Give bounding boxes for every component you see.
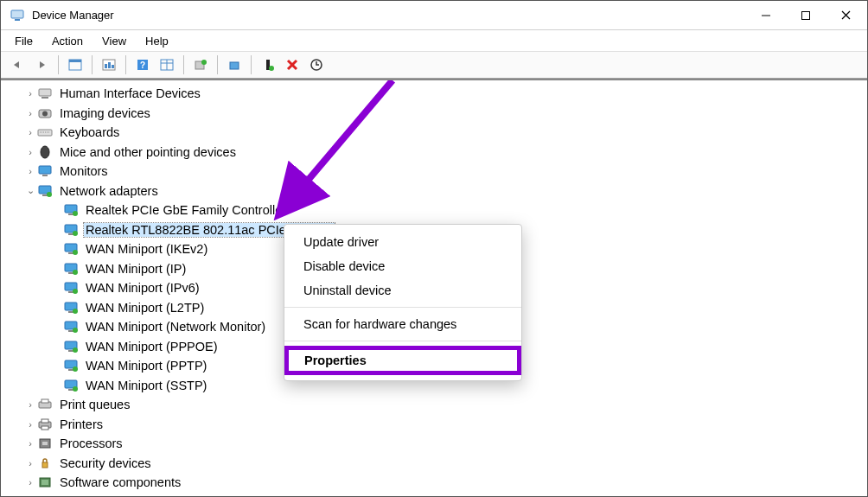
- category-label: Mice and other pointing devices: [58, 145, 238, 159]
- tree-category[interactable]: ›Keyboards: [1, 123, 867, 143]
- toolbar-separator: [217, 55, 218, 74]
- network-adapter-icon: [63, 241, 79, 257]
- context-menu-separator: [284, 341, 521, 341]
- context-menu: Update driver Disable device Uninstall d…: [284, 224, 522, 381]
- tree-category[interactable]: ›Software components: [1, 473, 867, 493]
- tree-category[interactable]: ›Processors: [1, 434, 867, 454]
- menu-action[interactable]: Action: [43, 33, 92, 49]
- menubar: File Action View Help: [1, 30, 867, 51]
- svg-rect-74: [42, 462, 48, 468]
- context-menu-disable-device[interactable]: Disable device: [284, 254, 521, 278]
- svg-point-45: [73, 250, 78, 255]
- tree-category[interactable]: ›Mice and other pointing devices: [1, 143, 867, 162]
- monitor-icon: [37, 163, 53, 179]
- svg-rect-33: [42, 175, 48, 176]
- menu-file[interactable]: File: [6, 33, 41, 49]
- svg-point-66: [73, 386, 78, 392]
- toolbar-separator: [58, 55, 59, 74]
- security-icon: [37, 456, 53, 471]
- svg-rect-3: [802, 11, 810, 19]
- tree-category[interactable]: ›Imaging devices: [1, 104, 867, 124]
- menu-view[interactable]: View: [93, 33, 135, 49]
- svg-rect-26: [41, 97, 48, 99]
- context-menu-properties[interactable]: Properties: [284, 346, 521, 375]
- svg-rect-7: [69, 60, 81, 62]
- svg-rect-0: [11, 10, 23, 18]
- toolbar: ?: [1, 51, 867, 79]
- help-button[interactable]: ?: [131, 54, 154, 76]
- back-button[interactable]: [6, 54, 29, 76]
- minimize-button[interactable]: [746, 1, 786, 29]
- properties-button[interactable]: [98, 54, 120, 76]
- svg-point-57: [73, 328, 78, 333]
- scan-hardware-button[interactable]: [156, 54, 178, 76]
- network-adapter-icon: [63, 222, 79, 238]
- device-label: WAN Miniport (IKEv2): [84, 242, 209, 256]
- expander-icon[interactable]: ⌄: [23, 185, 37, 196]
- category-label: Network adapters: [58, 184, 160, 198]
- svg-point-63: [73, 366, 78, 372]
- expander-icon[interactable]: ›: [23, 88, 37, 99]
- expander-icon[interactable]: ›: [23, 399, 37, 410]
- device-label: WAN Miniport (PPPOE): [84, 340, 220, 354]
- svg-point-51: [73, 289, 78, 294]
- network-adapter-icon: [63, 202, 79, 218]
- context-menu-scan-hardware[interactable]: Scan for hardware changes: [284, 312, 521, 336]
- svg-rect-32: [39, 166, 51, 174]
- svg-point-54: [73, 309, 78, 314]
- tree-category[interactable]: ›Human Interface Devices: [1, 84, 867, 104]
- category-label: Monitors: [58, 164, 110, 178]
- show-hide-console-button[interactable]: [64, 54, 86, 76]
- category-label: Keyboards: [58, 125, 121, 139]
- update-driver-button[interactable]: [189, 54, 212, 76]
- titlebar: Device Manager: [1, 1, 867, 30]
- svg-rect-9: [105, 64, 107, 68]
- device-label: WAN Miniport (Network Monitor): [84, 320, 267, 334]
- tree-category[interactable]: ›Monitors: [1, 162, 867, 182]
- tree-device[interactable]: Realtek PCIe GbE Family Controller: [1, 201, 867, 220]
- toolbar-separator: [183, 55, 184, 74]
- expander-icon[interactable]: ›: [23, 419, 37, 430]
- expander-icon[interactable]: ›: [23, 147, 37, 157]
- svg-point-42: [73, 231, 78, 236]
- toolbar-separator: [92, 55, 93, 74]
- window-controls: [746, 1, 865, 29]
- expander-icon[interactable]: ›: [23, 108, 37, 118]
- svg-point-60: [73, 347, 78, 353]
- tree-category[interactable]: ⌄Network adapters: [1, 182, 867, 201]
- device-label: WAN Miniport (IPv6): [84, 281, 201, 295]
- close-button[interactable]: [826, 1, 865, 29]
- window-title: Device Manager: [32, 9, 746, 22]
- network-adapter-icon: [63, 358, 79, 373]
- tree-category[interactable]: ›Printers: [1, 415, 867, 435]
- network-adapter-icon: [63, 339, 79, 354]
- device-label: Realtek PCIe GbE Family Controller: [84, 203, 288, 217]
- svg-text:?: ?: [140, 61, 145, 70]
- menu-help[interactable]: Help: [137, 33, 177, 49]
- expander-icon[interactable]: ›: [23, 477, 37, 487]
- svg-rect-71: [41, 426, 48, 430]
- forward-button[interactable]: [30, 54, 53, 76]
- maximize-button[interactable]: [786, 1, 826, 29]
- scan-changes-button[interactable]: [305, 54, 328, 76]
- svg-rect-11: [112, 65, 114, 68]
- uninstall-device-button[interactable]: [281, 54, 303, 76]
- category-label: Human Interface Devices: [58, 86, 202, 100]
- expander-icon[interactable]: ›: [23, 166, 37, 176]
- expander-icon[interactable]: ›: [23, 438, 37, 449]
- enable-device-button[interactable]: [223, 54, 246, 76]
- app-icon: [10, 8, 25, 23]
- network-adapter-icon: [63, 319, 79, 335]
- category-label: Imaging devices: [58, 106, 152, 120]
- expander-icon[interactable]: ›: [23, 127, 37, 137]
- disable-device-button[interactable]: [257, 54, 279, 76]
- expander-icon[interactable]: ›: [23, 458, 37, 468]
- context-menu-uninstall-device[interactable]: Uninstall device: [284, 278, 521, 303]
- tree-category[interactable]: ›Print queues: [1, 395, 867, 415]
- toolbar-separator: [251, 55, 252, 74]
- device-label: WAN Miniport (L2TP): [84, 301, 206, 315]
- device-label: WAN Miniport (IP): [84, 262, 188, 276]
- category-label: Print queues: [58, 398, 131, 411]
- tree-category[interactable]: ›Security devices: [1, 454, 867, 474]
- context-menu-update-driver[interactable]: Update driver: [284, 230, 521, 254]
